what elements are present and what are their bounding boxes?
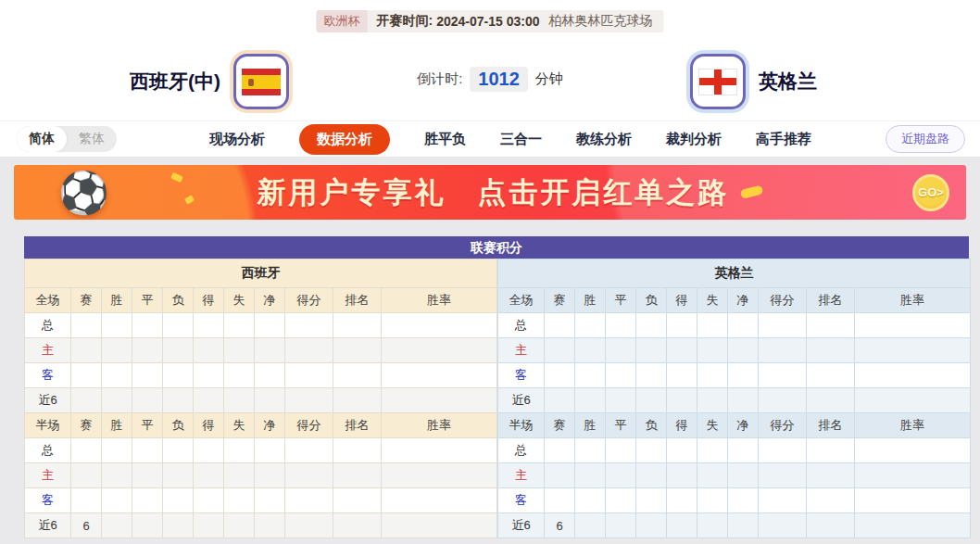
promo-banner[interactable]: ⚽ 新用户专享礼点击开启红单之路 GO> [14,165,966,220]
nav-tab-0[interactable]: 现场分析 [209,131,265,148]
nav-tab-5[interactable]: 裁判分析 [666,131,722,148]
col-header: 胜率 [855,413,971,438]
stat-cell [224,463,255,488]
col-header: 得 [667,288,697,313]
stat-cell [71,388,102,413]
stat-cell [855,388,971,413]
stat-cell [132,438,163,463]
stat-cell [759,463,807,488]
table-row: 客 [498,488,971,513]
col-header: 排名 [333,413,382,438]
row-label: 总 [498,438,545,463]
col-header: 净 [728,413,759,438]
stat-cell [855,513,971,538]
col-header: 胜率 [382,288,497,313]
stat-cell [728,363,759,388]
stat-cell [575,463,606,488]
stat-cell: 6 [71,513,102,538]
stat-cell [285,513,333,538]
stat-cell [285,438,333,463]
stat-cell [606,438,636,463]
stat-cell [575,488,606,513]
table-row: 总 [498,438,971,463]
stat-cell [382,313,497,338]
go-button[interactable]: GO> [912,174,949,211]
nav-tab-6[interactable]: 高手推荐 [756,131,811,148]
stat-cell [545,463,575,488]
table-row: 近6 [25,388,497,413]
stat-cell [728,513,759,538]
stat-cell [807,313,855,338]
stat-cell [255,463,285,488]
home-team: 西班牙(中) [130,54,289,109]
stat-cell [163,513,194,538]
stat-cell [163,338,194,363]
countdown-unit: 分钟 [535,70,563,88]
row-label: 客 [498,488,545,513]
nav-bar: 简体 繁体 现场分析数据分析胜平负三合一教练分析裁判分析高手推荐 近期盘路 [0,120,980,158]
stat-cell [132,338,163,363]
lang-simplified[interactable]: 简体 [17,126,67,152]
col-header: 平 [132,413,163,438]
stat-cell [71,338,102,363]
stat-cell [255,313,285,338]
stat-cell [667,513,697,538]
nav-tab-1[interactable]: 数据分析 [299,124,390,155]
stat-cell [132,488,163,513]
stat-cell [667,363,697,388]
table-row: 总 [498,313,971,338]
stat-cell [636,463,667,488]
nav-tab-3[interactable]: 三合一 [500,131,542,148]
spain-emblem-icon [248,79,254,86]
home-team-name: 西班牙(中) [130,69,220,95]
stat-cell [382,438,497,463]
stat-cell [132,513,163,538]
stat-cell [194,438,224,463]
away-team: 英格兰 [690,54,817,109]
col-header: 得 [667,413,697,438]
col-header: 平 [132,288,163,313]
table-row: 客 [498,363,971,388]
stat-cell [728,488,759,513]
lang-traditional[interactable]: 繁体 [67,126,117,152]
stat-cell [606,313,636,338]
stat-cell [855,488,971,513]
stat-cell: 6 [545,513,575,538]
col-header: 失 [697,288,728,313]
stat-cell [71,438,102,463]
table-row: 近66 [25,513,497,538]
stat-cell [759,363,807,388]
nav-tab-2[interactable]: 胜平负 [424,131,466,148]
stat-cell [697,313,728,338]
row-label: 客 [25,363,71,388]
stat-cell [163,463,194,488]
stat-cell [194,463,224,488]
stat-cell [224,438,255,463]
row-label: 近6 [25,388,71,413]
stat-cell [224,388,255,413]
nav-tab-4[interactable]: 教练分析 [576,131,632,148]
col-header: 得分 [285,288,333,313]
stat-cell [71,488,102,513]
stat-cell [255,438,285,463]
stat-cell [855,463,971,488]
col-header: 负 [636,288,667,313]
match-header: 欧洲杯 开赛时间: 2024-07-15 03:00 柏林奥林匹克球场 西班牙(… [0,0,980,120]
league-points-table: 联赛积分 西班牙全场赛胜平负得失净得分排名胜率总主客近6半场赛胜平负得失净得分排… [24,236,969,538]
row-label: 总 [25,313,71,338]
soccer-ball-icon: ⚽ [58,172,109,213]
col-header: 得 [194,288,224,313]
stat-cell [667,438,697,463]
england-flag [698,69,737,95]
recent-odds-button[interactable]: 近期盘路 [886,125,965,153]
language-toggle[interactable]: 简体 繁体 [17,126,117,152]
stat-cell [255,388,285,413]
stat-cell [132,363,163,388]
stat-cell [333,513,382,538]
table-row: 主 [25,463,497,488]
stat-cell [667,488,697,513]
stat-cell [194,363,224,388]
stat-cell [194,388,224,413]
stat-cell [807,388,855,413]
stat-cell [807,513,855,538]
